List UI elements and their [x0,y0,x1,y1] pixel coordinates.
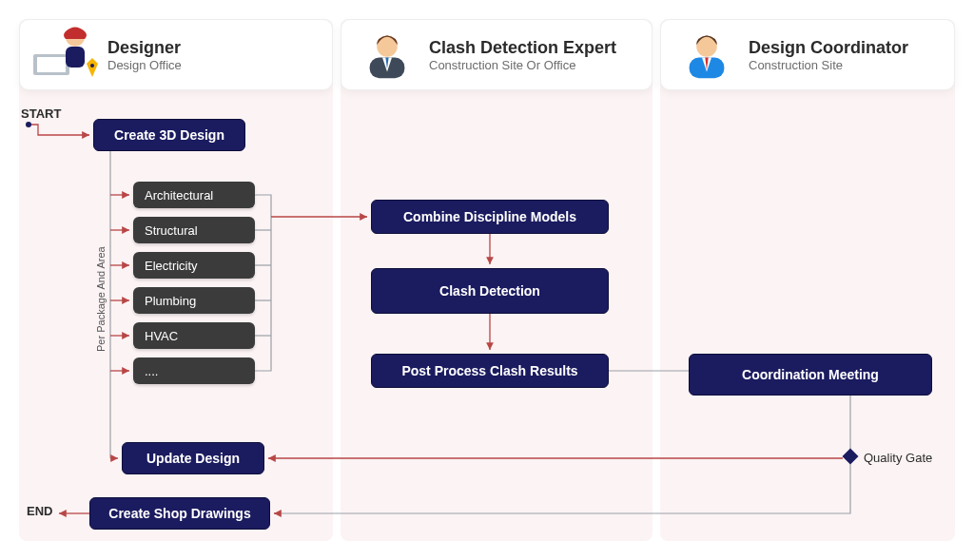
start-label: START [21,106,61,121]
lane-header-designer: Designer Design Office [19,19,333,90]
sub-node-hvac: HVAC [133,322,255,349]
lane-subtitle: Construction Site [749,58,908,72]
node-create-3d: Create 3D Design [93,119,245,151]
lane-header-coordinator: Design Coordinator Construction Site [660,19,955,90]
lane-title: Designer [107,38,182,58]
expert-avatar-icon [353,26,421,85]
quality-gate-label: Quality Gate [864,451,932,465]
per-package-label: Per Package And Area [95,246,107,352]
sub-node-more: .... [133,357,255,384]
svg-rect-3 [66,47,85,68]
end-label: END [27,504,52,518]
node-combine-models: Combine Discipline Models [371,200,609,234]
node-shop-drawings: Create Shop Drawings [89,497,270,530]
lane-title: Clash Detection Expert [429,38,616,58]
svg-rect-1 [37,57,66,72]
lane-subtitle: Construction Site Or Office [429,58,616,72]
lane-subtitle: Design Office [107,58,182,72]
sub-node-electricity: Electricity [133,252,255,279]
sub-node-structural: Structural [133,217,255,243]
lane-header-expert: Clash Detection Expert Construction Site… [341,19,653,90]
node-clash-detection: Clash Detection [371,268,609,314]
lane-title: Design Coordinator [749,38,908,58]
node-coordination-meeting: Coordination Meeting [689,354,932,396]
node-update-design: Update Design [122,442,264,474]
svg-point-4 [90,64,94,68]
sub-node-architectural: Architectural [133,182,255,208]
coordinator-avatar-icon [672,26,741,85]
designer-avatar-icon [31,26,100,85]
node-post-process: Post Process Clash Results [371,354,609,388]
sub-node-plumbing: Plumbing [133,287,255,314]
